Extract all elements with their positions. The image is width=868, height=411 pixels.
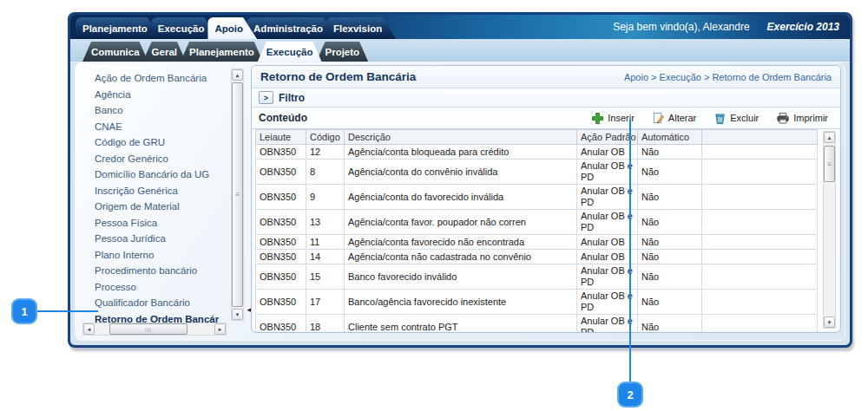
edit-button[interactable]: Alterar	[652, 112, 696, 125]
sub-tab-comunica[interactable]: Comunica	[82, 42, 148, 62]
scroll-up-icon[interactable]: ▲	[232, 69, 243, 81]
page: PlanejamentoExecuçãoApoioAdministraçãoFl…	[0, 0, 868, 411]
table-cell-empty	[702, 210, 818, 235]
scroll-up-icon[interactable]: ▲	[824, 132, 835, 143]
scroll-down-icon[interactable]: ▼	[824, 316, 835, 328]
table-row[interactable]: OBN35014Agência/conta não cadastrada no …	[256, 250, 818, 264]
table-cell: OBN350	[256, 210, 306, 235]
table-cell-empty	[702, 264, 818, 290]
table-cell: Não	[638, 290, 702, 315]
table-cell-empty	[702, 290, 818, 315]
table-cell-empty	[702, 315, 818, 333]
sidebar-menu: Ação de Ordem BancáriaAgênciaBancoCNAECó…	[81, 67, 247, 327]
table-row[interactable]: OBN3508Agência/conta do convênio inválid…	[256, 160, 818, 185]
table-cell: Anular OB	[577, 235, 638, 250]
main-content-panel: Retorno de Ordem Bancária Apoio > Execuç…	[251, 65, 841, 333]
delete-button[interactable]: Excluir	[713, 112, 759, 125]
table-row[interactable]: OBN35012Agência/conta bloqueada para cré…	[256, 145, 818, 160]
table-cell: Agência/conta bloqueada para crédito	[345, 145, 577, 160]
top-tab-planejamento[interactable]: Planejamento	[76, 17, 161, 39]
table-cell: OBN350	[256, 145, 306, 160]
top-tab-administra-o[interactable]: Administração	[247, 17, 337, 39]
table-region: LeiauteCódigoDescriçãoAção PadrãoAutomát…	[252, 129, 840, 332]
sidebar-item-inscri-o-gen-rica[interactable]: Inscrição Genérica	[95, 183, 247, 199]
table-cell: Anular OB e PD	[577, 290, 638, 315]
table-cell: Não	[638, 235, 702, 250]
breadcrumb[interactable]: Apoio > Execução > Retorno de Ordem Banc…	[624, 72, 832, 82]
sidebar-item-a-o-de-ordem-banc-ria[interactable]: Ação de Ordem Bancária	[95, 70, 247, 87]
column-header-c-digo[interactable]: Código	[306, 130, 345, 145]
scroll-left-icon[interactable]: ◄	[83, 323, 95, 335]
edit-icon	[652, 112, 665, 125]
table-cell: 15	[306, 264, 345, 290]
table-row[interactable]: OBN35018Cliente sem contrato PGTAnular O…	[256, 315, 818, 333]
sidebar-vertical-scrollbar[interactable]: ▲ ≡ ▼	[231, 68, 244, 321]
top-tab-flexvision[interactable]: Flexvision	[326, 17, 396, 39]
insert-button[interactable]: Inserir	[591, 112, 635, 125]
sidebar-item-credor-gen-rico[interactable]: Credor Genérico	[95, 151, 247, 167]
table-scrollbar-thumb[interactable]: ≡	[824, 146, 835, 182]
content-header: Conteúdo Inserir Alterar Excluir	[252, 108, 840, 129]
table-cell: Não	[638, 210, 702, 235]
plus-icon	[591, 112, 604, 125]
annotation-line-2	[629, 120, 631, 383]
column-header-a-o-padr-o[interactable]: Ação Padrão	[577, 130, 638, 145]
sidebar-item-pessoa-jur-dica[interactable]: Pessoa Jurídica	[95, 231, 247, 247]
sub-nav-bar: ComunicaGeralPlanejamentoExecuçãoProjeto	[70, 39, 850, 62]
table-row[interactable]: OBN35015Banco favorecido inválidoAnular …	[256, 264, 818, 290]
table-cell: OBN350	[256, 315, 306, 333]
table-cell: 12	[306, 145, 345, 160]
table-cell: OBN350	[256, 185, 306, 210]
table-cell: Anular OB	[577, 250, 638, 264]
title-bar: Retorno de Ordem Bancária Apoio > Execuç…	[252, 66, 840, 88]
sidebar-item-domic-lio-banc-rio-da-ug[interactable]: Domicílio Bancário da UG	[95, 166, 247, 183]
sidebar-scrollbar-thumb[interactable]: ≡	[232, 82, 243, 307]
table-cell: Agência/conta do favorecido inválida	[345, 185, 577, 210]
table-vertical-scrollbar[interactable]: ▲ ≡ ▼	[823, 131, 836, 329]
sidebar-item-qualificador-banc-rio[interactable]: Qualificador Bancário	[95, 295, 247, 311]
sidebar-item-c-digo-de-gru[interactable]: Código de GRU	[95, 134, 247, 151]
sidebar-item-pessoa-f-sica[interactable]: Pessoa Física	[95, 215, 247, 232]
table-row[interactable]: OBN3509Agência/conta do favorecido invál…	[256, 185, 818, 210]
table-cell: Não	[638, 264, 702, 290]
table-row[interactable]: OBN35013Agência/conta favor. poupador nã…	[256, 210, 818, 235]
sub-tab-geral[interactable]: Geral	[143, 42, 186, 62]
top-tab-bar: PlanejamentoExecuçãoApoioAdministraçãoFl…	[76, 17, 385, 39]
top-nav-bar: PlanejamentoExecuçãoApoioAdministraçãoFl…	[70, 15, 850, 39]
sub-tab-projeto[interactable]: Projeto	[317, 42, 369, 62]
table-row[interactable]: OBN35017Banco/agência favorecido inexist…	[256, 290, 818, 315]
table-cell: OBN350	[256, 290, 306, 315]
sidebar-hscrollbar-thumb[interactable]: |||	[109, 323, 187, 335]
sidebar-item-plano-interno[interactable]: Plano Interno	[95, 247, 247, 264]
table-cell-empty	[702, 145, 818, 160]
column-header-descri-o[interactable]: Descrição	[345, 130, 577, 145]
table-cell-empty	[702, 250, 818, 264]
sub-tab-execu-o[interactable]: Execução	[258, 42, 322, 62]
table-cell: Anular OB e PD	[577, 160, 638, 185]
table-cell: 9	[306, 185, 345, 210]
table-cell: Não	[638, 315, 702, 333]
sidebar-item-cnae[interactable]: CNAE	[95, 119, 247, 135]
scroll-down-icon[interactable]: ▼	[232, 309, 243, 320]
sidebar-item-origem-de-material[interactable]: Origem de Material	[95, 199, 247, 215]
table-row[interactable]: OBN35011Agência/conta favorecido não enc…	[256, 235, 818, 250]
sidebar-horizontal-scrollbar[interactable]: ◄ ||| ►	[82, 323, 227, 336]
column-header-empty	[702, 130, 818, 145]
column-header-autom-tico[interactable]: Automático	[638, 130, 702, 145]
table-cell: Anular OB e PD	[577, 264, 638, 290]
annotation-badge-2: 2	[617, 382, 643, 408]
print-button[interactable]: Imprimir	[776, 112, 828, 125]
table-cell: Não	[638, 250, 702, 264]
sidebar-item-procedimento-banc-rio[interactable]: Procedimento bancário	[95, 263, 247, 279]
sidebar-item-banco[interactable]: Banco	[95, 102, 247, 119]
filter-expand-button[interactable]: >	[259, 91, 273, 104]
header-right: Seja bem vindo(a), Alexandre Exercício 2…	[613, 15, 839, 39]
table-cell: OBN350	[256, 264, 306, 290]
scroll-right-icon[interactable]: ►	[214, 323, 226, 335]
column-header-leiaute[interactable]: Leiaute	[256, 130, 306, 145]
table-cell: 8	[306, 160, 345, 185]
table-cell: Agência/conta favorecido não encontrada	[345, 235, 577, 250]
sub-tab-planejamento[interactable]: Planejamento	[181, 42, 263, 62]
sidebar-item-ag-ncia[interactable]: Agência	[95, 87, 247, 103]
sidebar-item-processo[interactable]: Processo	[95, 279, 247, 296]
